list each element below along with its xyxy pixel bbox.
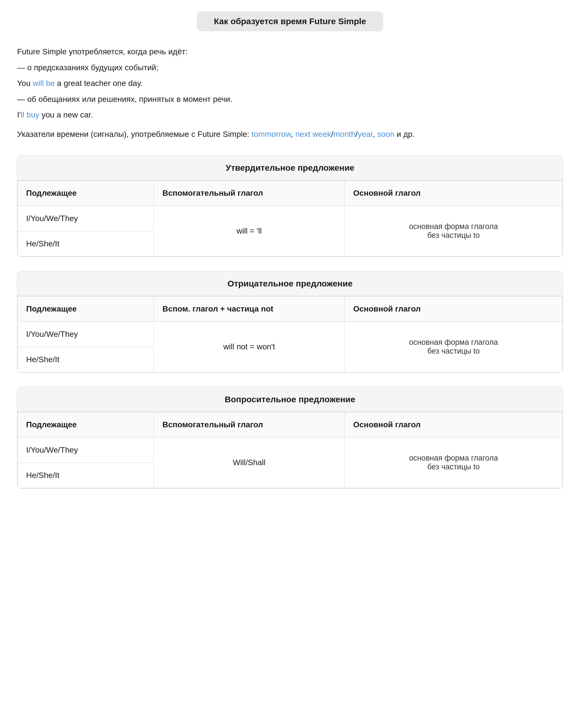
intro-soon: soon: [377, 130, 395, 138]
interrogative-data-row: I/You/We/They He/She/It Will/Shall основ…: [18, 437, 563, 488]
intro-line6: Указатели времени (сигналы), употребляем…: [17, 127, 563, 141]
intro-line5-blue: ll buy: [21, 110, 39, 119]
aff-col3-header: Основной глагол: [344, 180, 563, 206]
neg-main-verb-cell: основная форма глагола без частицы to: [344, 321, 563, 372]
aff-main-verb-cell: основная форма глагола без частицы to: [344, 206, 563, 256]
intro-tomorrow: tommorrow: [252, 130, 291, 138]
negative-table: Подлежащее Вспом. глагол + частица not О…: [17, 296, 563, 372]
intro-slash2: /: [355, 130, 358, 138]
intro-line3-post: a great teacher one day.: [55, 79, 143, 87]
intro-line6-end: и др.: [394, 130, 415, 138]
intro-line1: Future Simple употребляется, когда речь …: [17, 45, 563, 59]
neg-main-verb-line1: основная форма глагола: [409, 338, 498, 346]
neg-aux-verb-cell: will not = won't: [154, 321, 344, 372]
aff-col2-header: Вспомогательный глагол: [154, 180, 344, 206]
aff-col1-header: Подлежащее: [18, 180, 154, 206]
int-subject-top: I/You/We/They: [18, 438, 154, 463]
negative-data-row: I/You/We/They He/She/It will not = won't…: [18, 321, 563, 372]
int-subject-cell: I/You/We/They He/She/It: [18, 437, 154, 488]
intro-comma2: ,: [373, 130, 377, 138]
intro-line3-blue: will be: [33, 79, 55, 87]
section-negative: Отрицательное предложение Подлежащее Всп…: [17, 271, 563, 373]
intro-line3: You will be a great teacher one day.: [17, 77, 563, 90]
intro-comma1: ,: [291, 130, 296, 138]
int-aux-verb-cell: Will/Shall: [154, 437, 344, 488]
affirmative-table: Подлежащее Вспомогательный глагол Основн…: [17, 180, 563, 257]
intro-line5-post: you a new car.: [39, 110, 93, 119]
intro-line2: — о предсказаниях будущих событий;: [17, 61, 563, 75]
neg-col3-header: Основной глагол: [344, 296, 563, 321]
aff-subject-cell: I/You/We/They He/She/It: [18, 206, 154, 256]
neg-col2-header: Вспом. глагол + частица not: [154, 296, 344, 321]
aff-main-verb-line2: без частицы to: [427, 231, 480, 239]
negative-header-row: Подлежащее Вспом. глагол + частица not О…: [18, 296, 563, 321]
int-main-verb-line1: основная форма глагола: [409, 454, 498, 462]
intro-month: month: [333, 130, 356, 138]
aff-aux-verb-cell: will = 'll: [154, 206, 344, 256]
neg-subject-cell: I/You/We/They He/She/It: [18, 321, 154, 372]
section-negative-header: Отрицательное предложение: [17, 271, 563, 296]
page-title: Как образуется время Future Simple: [197, 11, 383, 31]
neg-col1-header: Подлежащее: [18, 296, 154, 321]
section-interrogative: Вопросительное предложение Подлежащее Вс…: [17, 387, 563, 489]
intro-line5-pre: I': [17, 110, 21, 119]
affirmative-data-row: I/You/We/They He/She/It will = 'll основ…: [18, 206, 563, 256]
int-subject-bottom: He/She/It: [18, 463, 154, 488]
interrogative-header-row: Подлежащее Вспомогательный глагол Основн…: [18, 412, 563, 437]
intro-line4: — об обещаниях или решениях, принятых в …: [17, 93, 563, 106]
int-col3-header: Основной глагол: [344, 412, 563, 437]
page-title-bar: Как образуется время Future Simple: [17, 11, 563, 31]
int-main-verb-line2: без частицы to: [427, 463, 480, 471]
intro-line3-pre: You: [17, 79, 33, 87]
section-affirmative: Утвердительное предложение Подлежащее Вс…: [17, 155, 563, 257]
aff-subject-top: I/You/We/They: [18, 206, 154, 231]
intro-year: year: [358, 130, 373, 138]
aff-subject-bottom: He/She/It: [18, 231, 154, 256]
interrogative-table: Подлежащее Вспомогательный глагол Основн…: [17, 412, 563, 488]
neg-main-verb-line2: без частицы to: [427, 347, 480, 355]
intro-slash1: /: [331, 130, 333, 138]
int-col2-header: Вспомогательный глагол: [154, 412, 344, 437]
affirmative-header-row: Подлежащее Вспомогательный глагол Основн…: [18, 180, 563, 206]
section-affirmative-header: Утвердительное предложение: [17, 156, 563, 180]
intro-line5: I'll buy you a new car.: [17, 108, 563, 122]
aff-main-verb-line1: основная форма глагола: [409, 222, 498, 231]
intro-next-week: next week: [296, 130, 331, 138]
intro-line6-pre: Указатели времени (сигналы), употребляем…: [17, 130, 252, 138]
neg-subject-top: I/You/We/They: [18, 322, 154, 347]
neg-subject-bottom: He/She/It: [18, 347, 154, 372]
intro-section: Future Simple употребляется, когда речь …: [17, 45, 563, 141]
int-main-verb-cell: основная форма глагола без частицы to: [344, 437, 563, 488]
section-interrogative-header: Вопросительное предложение: [17, 387, 563, 412]
int-col1-header: Подлежащее: [18, 412, 154, 437]
